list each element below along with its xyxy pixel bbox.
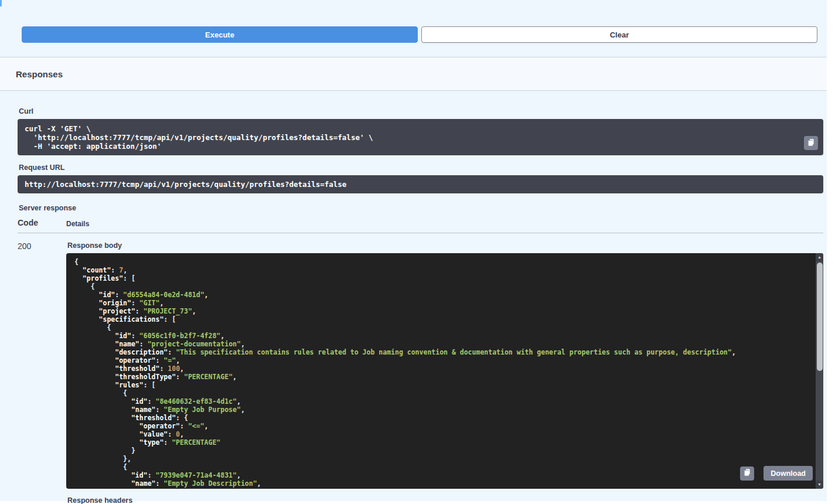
copy-curl-button[interactable] (804, 136, 818, 150)
responses-title: Responses (16, 69, 63, 79)
response-body-block: { "count": 7, "profiles": [ { "id": "d65… (66, 253, 823, 489)
curl-label: Curl (19, 107, 823, 115)
operation-panel: Execute Clear Responses Curl curl -X 'GE… (0, 0, 827, 501)
request-url-label: Request URL (19, 164, 823, 172)
response-headers-label: Response headers (67, 496, 823, 504)
status-code: 200 (18, 241, 66, 504)
execute-button[interactable]: Execute (22, 26, 418, 43)
copy-response-button[interactable] (740, 466, 754, 481)
download-button[interactable]: Download (764, 466, 813, 481)
response-body-label: Response body (67, 241, 823, 250)
server-response-table: Code Details 200 Response body { "count"… (18, 218, 823, 504)
scroll-down-arrow-icon[interactable]: ▼ (816, 481, 823, 489)
response-body-actions: Download (740, 466, 813, 481)
execute-wrapper: Execute Clear (0, 0, 827, 57)
request-url-block: http://localhost:7777/tcmp/api/v1/projec… (18, 175, 823, 193)
responses-inner: Curl curl -X 'GET' \ 'http://localhost:7… (0, 107, 827, 504)
curl-command-block: curl -X 'GET' \ 'http://localhost:7777/t… (18, 119, 823, 155)
server-response-label: Server response (19, 204, 823, 212)
response-table-header: Code Details (18, 218, 823, 233)
opblock-accent-border (0, 0, 2, 6)
swagger-page: Execute Clear Responses Curl curl -X 'GE… (0, 0, 835, 504)
code-column-header: Code (18, 218, 66, 228)
response-body-scrollbar[interactable]: ▲ ▼ (816, 253, 823, 489)
request-url-text[interactable]: http://localhost:7777/tcmp/api/v1/projec… (18, 175, 823, 193)
response-row: 200 Response body { "count": 7, "profile… (18, 233, 823, 504)
responses-section-header: Responses (0, 57, 827, 91)
response-body-json[interactable]: { "count": 7, "profiles": [ { "id": "d65… (66, 253, 823, 489)
clear-button[interactable]: Clear (421, 26, 817, 43)
clipboard-icon (807, 138, 815, 148)
curl-command-text[interactable]: curl -X 'GET' \ 'http://localhost:7777/t… (18, 119, 823, 155)
scrollbar-thumb[interactable] (817, 263, 823, 371)
details-column-header: Details (66, 218, 823, 228)
clipboard-icon (744, 468, 751, 478)
response-details-cell: Response body { "count": 7, "profiles": … (66, 241, 823, 504)
scroll-up-arrow-icon[interactable]: ▲ (816, 253, 823, 261)
